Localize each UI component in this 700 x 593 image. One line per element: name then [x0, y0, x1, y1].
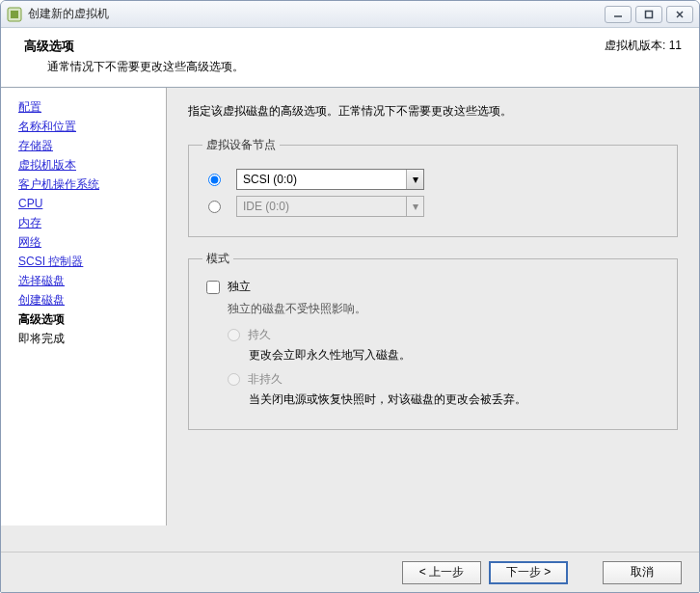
- step-cpu[interactable]: CPU: [18, 194, 166, 213]
- instruction-text: 指定该虚拟磁盘的高级选项。正常情况下不需要更改这些选项。: [188, 103, 678, 120]
- wizard-footer: < 上一步 下一步 > 取消: [1, 552, 699, 592]
- scsi-radio[interactable]: [208, 174, 221, 186]
- nonpersistent-label: 非持久: [248, 371, 283, 388]
- persistent-radio: [228, 329, 240, 341]
- nonpersistent-radio: [228, 373, 240, 386]
- scsi-node-value: SCSI (0:0): [243, 173, 297, 186]
- nonpersistent-description: 当关闭电源或恢复快照时，对该磁盘的更改会被丢弃。: [249, 391, 663, 408]
- step-ready-complete: 即将完成: [18, 329, 166, 348]
- step-advanced-options: 高级选项: [18, 310, 166, 329]
- ide-node-value: IDE (0:0): [243, 200, 289, 213]
- wizard-header: 高级选项 虚拟机版本: 11 通常情况下不需要更改这些高级选项。: [1, 28, 699, 88]
- virtual-device-node-legend: 虚拟设备节点: [202, 137, 280, 153]
- minimize-button[interactable]: [605, 6, 632, 23]
- window-title: 创建新的虚拟机: [28, 6, 605, 22]
- step-create-disk[interactable]: 创建磁盘: [18, 290, 166, 310]
- scsi-node-select[interactable]: SCSI (0:0) ▾: [236, 169, 424, 190]
- independent-checkbox[interactable]: [206, 281, 220, 294]
- svg-rect-1: [11, 11, 18, 18]
- ide-radio[interactable]: [208, 201, 221, 213]
- independent-description: 独立的磁盘不受快照影响。: [228, 301, 663, 317]
- close-button[interactable]: [666, 6, 693, 23]
- back-button[interactable]: < 上一步: [402, 561, 481, 584]
- step-network[interactable]: 网络: [18, 232, 166, 252]
- cancel-button[interactable]: 取消: [603, 561, 682, 584]
- persistent-label: 持久: [248, 327, 271, 343]
- window-controls: [605, 6, 693, 23]
- dialog-window: 创建新的虚拟机 高级选项 虚拟机版本: 11 通常情况下不需要更改这些高级选项。…: [0, 0, 700, 593]
- step-guest-os[interactable]: 客户机操作系统: [18, 175, 166, 194]
- step-name-location[interactable]: 名称和位置: [18, 117, 166, 136]
- step-configuration[interactable]: 配置: [18, 97, 166, 117]
- dropdown-arrow-icon: ▾: [406, 170, 423, 189]
- wizard-steps-sidebar: 配置 名称和位置 存储器 虚拟机版本 客户机操作系统 CPU 内存 网络 SCS…: [1, 88, 167, 526]
- next-button[interactable]: 下一步 >: [489, 561, 568, 584]
- page-title: 高级选项: [24, 38, 74, 55]
- maximize-button[interactable]: [635, 6, 662, 23]
- mode-legend: 模式: [202, 251, 233, 267]
- app-icon: [7, 7, 22, 22]
- dropdown-arrow-icon: ▾: [406, 197, 423, 216]
- svg-rect-3: [646, 11, 653, 17]
- virtual-device-node-group: 虚拟设备节点 SCSI (0:0) ▾ IDE (0:0) ▾: [188, 137, 678, 237]
- vm-version-label: 虚拟机版本: 11: [605, 38, 682, 54]
- mode-group: 模式 独立 独立的磁盘不受快照影响。 持久 更改会立即永久性地写入磁盘。 非持久…: [188, 251, 678, 430]
- titlebar[interactable]: 创建新的虚拟机: [1, 1, 699, 28]
- step-storage[interactable]: 存储器: [18, 136, 166, 155]
- wizard-body: 配置 名称和位置 存储器 虚拟机版本 客户机操作系统 CPU 内存 网络 SCS…: [1, 88, 699, 552]
- step-select-disk[interactable]: 选择磁盘: [18, 271, 166, 290]
- independent-label: 独立: [228, 279, 251, 295]
- page-subtitle: 通常情况下不需要更改这些高级选项。: [47, 59, 682, 75]
- step-scsi-controller[interactable]: SCSI 控制器: [18, 252, 166, 271]
- persistent-description: 更改会立即永久性地写入磁盘。: [249, 347, 663, 364]
- wizard-main-panel: 指定该虚拟磁盘的高级选项。正常情况下不需要更改这些选项。 虚拟设备节点 SCSI…: [167, 88, 699, 552]
- step-memory[interactable]: 内存: [18, 213, 166, 232]
- step-vm-version[interactable]: 虚拟机版本: [18, 155, 166, 175]
- ide-node-select: IDE (0:0) ▾: [236, 196, 424, 217]
